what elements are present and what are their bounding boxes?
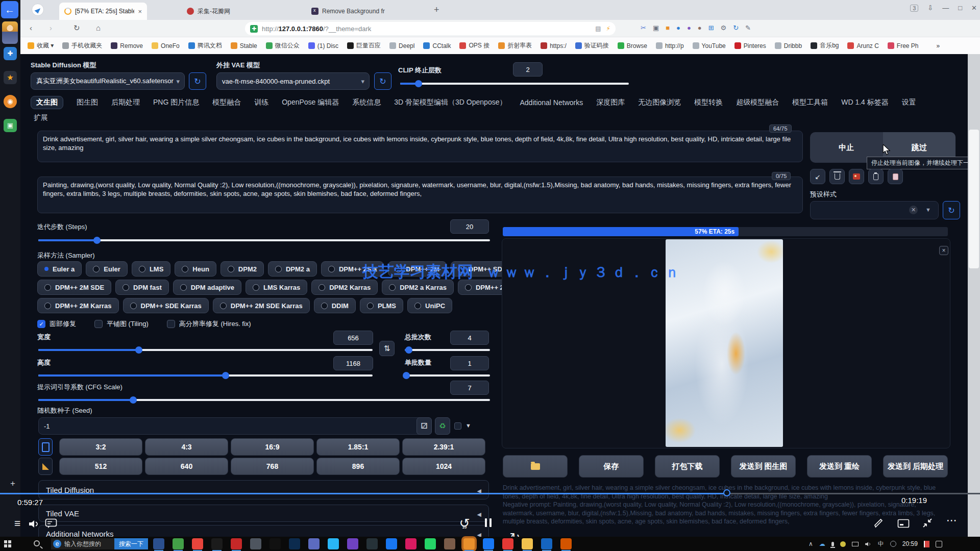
aspect-ratio-icon[interactable] <box>38 438 53 456</box>
reload-icon[interactable]: ↻ <box>74 23 80 33</box>
exit-fullscreen-icon[interactable] <box>922 517 933 529</box>
search-go-button[interactable]: 搜索一下 <box>114 538 148 549</box>
preset-button-2.39:1[interactable]: 2.39:1 <box>402 438 485 456</box>
dock-orange-icon[interactable] <box>4 95 17 108</box>
pause-icon[interactable] <box>485 518 492 527</box>
output-button-发送到 重绘[interactable]: 发送到 重绘 <box>807 455 872 478</box>
taskbar-app-16[interactable] <box>463 538 475 549</box>
toolbar-icon-0[interactable]: ✂ <box>641 23 646 33</box>
tab-系统信息[interactable]: 系统信息 <box>352 98 381 107</box>
batch-count-slider[interactable] <box>405 349 490 351</box>
bookmark-15[interactable]: Browse <box>618 42 647 49</box>
toolbar-icon-9[interactable]: ✎ <box>745 23 751 33</box>
bookmark-10[interactable]: CCtalk <box>423 42 451 49</box>
tab-训练[interactable]: 训练 <box>254 98 268 107</box>
browser-logo-icon[interactable] <box>32 4 44 16</box>
clip-skip-value[interactable]: 2 <box>513 62 543 77</box>
taskbar-app-17[interactable] <box>483 538 494 549</box>
steps-value[interactable]: 20 <box>450 219 489 234</box>
bookmark-14[interactable]: 验证码接 <box>575 41 609 50</box>
preset-button-640[interactable]: 640 <box>145 458 228 475</box>
taskbar-app-18[interactable] <box>502 538 513 549</box>
taskbar-app-0[interactable] <box>153 538 164 549</box>
taskbar-app-14[interactable] <box>425 538 436 549</box>
styles-refresh-icon[interactable] <box>943 201 960 219</box>
notification-center-icon[interactable] <box>936 541 942 547</box>
output-button-打包下载[interactable]: 打包下载 <box>655 455 720 478</box>
taskbar-app-6[interactable] <box>270 538 281 549</box>
preset-button-512[interactable]: 512 <box>59 458 142 475</box>
timeline-handle[interactable] <box>723 489 730 496</box>
sampler-DPM fast[interactable]: DPM fast <box>115 280 169 295</box>
bookmark-7[interactable]: (1) Disc <box>308 42 338 49</box>
dock-blue-icon[interactable] <box>4 47 17 60</box>
open-folder-button[interactable] <box>503 455 568 478</box>
width-slider[interactable] <box>38 349 373 351</box>
preset-button-896[interactable]: 896 <box>316 458 400 475</box>
model-refresh-icon[interactable] <box>189 72 206 90</box>
clear-styles-icon[interactable]: ✕ <box>909 206 918 214</box>
tab-WD 1.4 标签器[interactable]: WD 1.4 标签器 <box>841 98 889 107</box>
taskbar-app-9[interactable] <box>328 538 339 549</box>
url-text[interactable]: http://127.0.0.1:7860/?__theme=dark <box>262 25 371 33</box>
sampler-PLMS[interactable]: PLMS <box>360 298 403 313</box>
taskbar-app-21[interactable] <box>560 538 572 549</box>
bookmark-13[interactable]: https:/ <box>541 42 567 49</box>
sampler-DPM++ SDE Karras[interactable]: DPM++ SDE Karras <box>123 298 209 313</box>
cfg-slider[interactable] <box>38 399 490 401</box>
checkbox-平铺图 (Tiling)[interactable]: 平铺图 (Tiling) <box>94 319 149 329</box>
preset-button-768[interactable]: 768 <box>231 458 314 475</box>
bookmark-8[interactable]: 巨量百应 <box>347 41 381 50</box>
bookmark-12[interactable]: 折射率表 <box>498 41 532 50</box>
url-field[interactable]: ✚ http://127.0.0.1:7860/?__theme=dark ▤ … <box>245 22 616 35</box>
sampler-DPM++ 2M SDE[interactable]: DPM++ 2M SDE <box>37 280 111 295</box>
height-slider[interactable] <box>38 374 373 377</box>
bookmark-17[interactable]: YouTube <box>693 42 726 49</box>
screenshot-icon[interactable]: ▤ <box>595 25 601 32</box>
sampler-DPM adaptive[interactable]: DPM adaptive <box>173 280 241 295</box>
toolbar-icon-4[interactable]: ● <box>687 23 691 33</box>
back-nav-icon[interactable]: ‹ <box>30 23 32 32</box>
bookmark-20[interactable]: 音乐bg <box>811 41 839 50</box>
window-count-badge[interactable]: 3 <box>910 5 918 12</box>
seed-input[interactable] <box>38 417 429 435</box>
sampler-LMS Karras[interactable]: LMS Karras <box>246 280 307 295</box>
vae-refresh-icon[interactable] <box>374 72 391 90</box>
taskbar-app-8[interactable] <box>308 538 320 549</box>
tab-OpenPose 编辑器[interactable]: OpenPose 编辑器 <box>282 98 339 107</box>
taskbar-app-13[interactable] <box>405 538 416 549</box>
subtitle-icon[interactable] <box>897 519 910 528</box>
bookmark-6[interactable]: 微信公众 <box>266 41 300 50</box>
tab-图生图[interactable]: 图生图 <box>77 98 98 107</box>
width-value[interactable]: 656 <box>333 331 373 345</box>
bookmark-3[interactable]: OneFo <box>152 42 180 49</box>
browser-tab-stable-diffusion[interactable]: [57% ETA: 25s] Stable D × <box>59 3 147 20</box>
batch-count-value[interactable]: 4 <box>450 331 489 345</box>
home-icon[interactable]: ⌂ <box>96 23 101 32</box>
lightning-icon[interactable]: ⚡ <box>606 25 610 32</box>
tray-circle-icon[interactable] <box>890 541 896 547</box>
sampler-Euler[interactable]: Euler <box>86 261 128 277</box>
clear-prompt-trash-icon[interactable] <box>829 169 845 184</box>
reuse-seed-recycle-icon[interactable]: ♻ <box>435 417 450 435</box>
accordion-tiled-vae[interactable]: Tiled VAE <box>38 505 489 522</box>
taskbar-app-10[interactable] <box>347 538 358 549</box>
bookmark-21[interactable]: Arunz C <box>847 42 878 49</box>
sampler-DPM++ 2M SDE Karras[interactable]: DPM++ 2M SDE Karras <box>213 298 310 313</box>
taskbar-app-20[interactable] <box>541 538 552 549</box>
notes-pencil-icon[interactable] <box>873 517 884 529</box>
tab-扩展[interactable]: 扩展 <box>34 113 48 122</box>
checkbox-高分辨率修复 (Hires. fix)[interactable]: 高分辨率修复 (Hires. fix) <box>167 319 251 329</box>
close-tab-icon[interactable]: × <box>138 8 142 15</box>
rewind-10-icon[interactable]: ↺10 <box>457 516 472 531</box>
bookmark-23[interactable]: » <box>927 42 940 49</box>
tray-volume-icon[interactable] <box>865 541 872 547</box>
height-value[interactable]: 1168 <box>333 356 373 370</box>
ime-indicator[interactable]: 中 <box>878 540 884 548</box>
preset-button-3:2[interactable]: 3:2 <box>59 438 142 456</box>
tab-超级模型融合[interactable]: 超级模型融合 <box>736 98 779 107</box>
preset-button-1.85:1[interactable]: 1.85:1 <box>316 438 400 456</box>
video-timeline[interactable] <box>0 493 980 494</box>
toolbar-icon-5[interactable]: ● <box>698 23 702 33</box>
toolbar-icon-8[interactable]: ↻ <box>733 23 739 33</box>
